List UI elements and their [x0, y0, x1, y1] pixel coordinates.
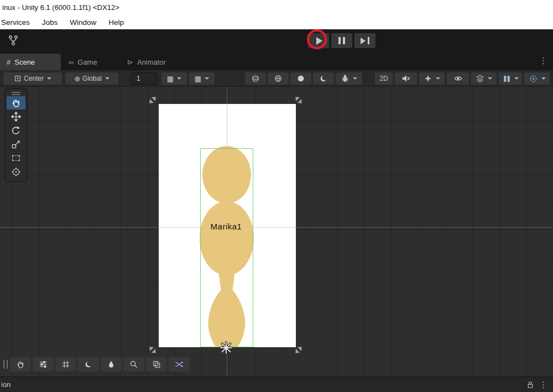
- menu-jobs[interactable]: Jobs: [36, 18, 64, 27]
- handle-arrow-icon: [152, 95, 158, 101]
- paint-tool-button[interactable]: [101, 357, 122, 372]
- debug-dropdown[interactable]: [336, 72, 362, 85]
- scale-tool[interactable]: [7, 138, 25, 151]
- camera-bars-icon: [503, 75, 511, 83]
- sparkle-icon: [424, 74, 432, 83]
- transform-icon: [11, 167, 21, 177]
- tab-scene[interactable]: # Scene: [0, 54, 61, 70]
- scene-view-toolbar: Center ⊕ Global 1 ▦ ▦: [0, 70, 553, 87]
- overlay-drag-grip-line: [12, 94, 20, 95]
- layers-tool-button[interactable]: [146, 357, 167, 372]
- window-title-bar: inux - Unity 6.1 (6000.1.1f1) <DX12>: [0, 0, 553, 15]
- scene-visibility-button[interactable]: [447, 72, 469, 85]
- handle-arrow-icon: [298, 345, 304, 351]
- resize-handle-top-left[interactable]: [147, 94, 159, 107]
- play-button[interactable]: [308, 33, 329, 48]
- chevron-down-icon: [541, 77, 546, 80]
- resize-handle-bottom-left[interactable]: [147, 344, 159, 357]
- tools-overlay: [4, 88, 28, 182]
- selection-outline: [200, 148, 253, 347]
- crescent-icon: [319, 74, 328, 83]
- grid-snap-icon: ▦: [195, 75, 201, 82]
- chevron-down-icon: [436, 77, 440, 80]
- tab-game[interactable]: ∞ Game: [62, 54, 104, 70]
- audio-toggle-button[interactable]: [290, 72, 311, 85]
- grid-size-field[interactable]: 1: [132, 72, 157, 85]
- rect-tool[interactable]: [7, 151, 25, 165]
- step-button[interactable]: [354, 33, 375, 48]
- hand-icon: [11, 98, 21, 108]
- scene-view[interactable]: Marika1: [0, 87, 553, 377]
- effects-dropdown[interactable]: [419, 72, 445, 85]
- grid-snap-dropdown[interactable]: ▦: [189, 72, 215, 85]
- lighting-toggle-button[interactable]: [268, 72, 289, 85]
- lock-icon[interactable]: [527, 381, 534, 389]
- hand-icon: [16, 360, 25, 369]
- window-title: inux - Unity 6.1 (6000.1.1f1) <DX12>: [2, 3, 119, 12]
- gizmos-dropdown[interactable]: [524, 72, 550, 85]
- layers-icon: [476, 74, 484, 83]
- handle-arrow-icon: [152, 349, 158, 355]
- menu-help[interactable]: Help: [102, 18, 130, 27]
- shuffle-icon: [175, 360, 184, 369]
- pan-tool-button[interactable]: [10, 357, 31, 372]
- play-controls: [308, 33, 375, 48]
- tab-options-kebab-icon[interactable]: ⋮: [539, 56, 547, 65]
- effects-toggle-button[interactable]: [313, 72, 334, 85]
- overlay-drag-grip-line: [7, 360, 8, 369]
- layers-icon: [152, 360, 161, 369]
- overlay-drag-grip[interactable]: [3, 360, 4, 369]
- tab-game-label: Game: [77, 58, 97, 66]
- play-icon: [316, 37, 322, 45]
- version-control-icon[interactable]: [7, 34, 19, 46]
- sphere-tool-button[interactable]: [78, 357, 99, 372]
- globe-icon: ⊕: [74, 75, 80, 82]
- layers-dropdown[interactable]: [471, 72, 497, 85]
- animator-icon: ⊳: [127, 58, 133, 66]
- search-tool-button[interactable]: [123, 357, 144, 372]
- rotate-tool[interactable]: [7, 124, 25, 137]
- pause-button[interactable]: [331, 33, 352, 48]
- tracks-icon: [39, 360, 48, 369]
- transform-tool[interactable]: [7, 165, 25, 179]
- menu-window[interactable]: Window: [64, 18, 102, 27]
- pivot-mode-dropdown[interactable]: Center: [3, 72, 62, 85]
- shading-sphere-icon: [251, 74, 260, 83]
- rotate-icon: [11, 126, 21, 135]
- view-hand-tool[interactable]: [7, 96, 25, 109]
- scene-grid-icon: #: [7, 58, 11, 66]
- tracks-tool-button[interactable]: [33, 357, 54, 372]
- audio-sphere-icon: [296, 74, 305, 83]
- chevron-down-icon: [177, 77, 181, 80]
- tab-animator[interactable]: ⊳ Animator: [121, 54, 173, 70]
- scale-icon: [11, 139, 21, 149]
- shuffle-tool-button[interactable]: [169, 357, 190, 372]
- overlay-drag-grip[interactable]: [12, 92, 20, 93]
- draw-mode-button[interactable]: [245, 72, 266, 85]
- grid-tool-button[interactable]: [55, 357, 76, 372]
- chevron-down-icon: [514, 77, 519, 80]
- menu-services[interactable]: Services: [0, 18, 36, 27]
- grid-visibility-dropdown[interactable]: ▦: [161, 72, 187, 85]
- scene-gizmo-icon: [529, 74, 538, 83]
- bug-icon: [341, 74, 349, 83]
- chevron-down-icon: [353, 77, 357, 80]
- chevron-down-icon: [47, 77, 51, 80]
- pivot-mode-label: Center: [24, 75, 44, 82]
- status-options-kebab-icon[interactable]: ⋮: [539, 380, 547, 389]
- paint-drop-icon: [107, 360, 116, 369]
- menu-bar: Services Jobs Window Help: [0, 15, 553, 29]
- move-tool[interactable]: [7, 110, 25, 123]
- lighting-globe-icon: [274, 74, 283, 83]
- pivot-icon: [14, 75, 22, 82]
- handle-arrow-icon: [148, 99, 154, 105]
- orientation-dropdown[interactable]: ⊕ Global: [65, 72, 118, 85]
- camera-settings-dropdown[interactable]: [499, 72, 522, 85]
- step-icon: [361, 38, 366, 44]
- search-icon: [129, 360, 138, 369]
- handle-arrow-icon: [298, 99, 304, 105]
- grid-icon: ▦: [167, 75, 174, 82]
- audio-mute-button[interactable]: [395, 72, 417, 85]
- tab-animator-label: Animator: [137, 58, 166, 66]
- mode-2d-button[interactable]: 2D: [375, 72, 393, 85]
